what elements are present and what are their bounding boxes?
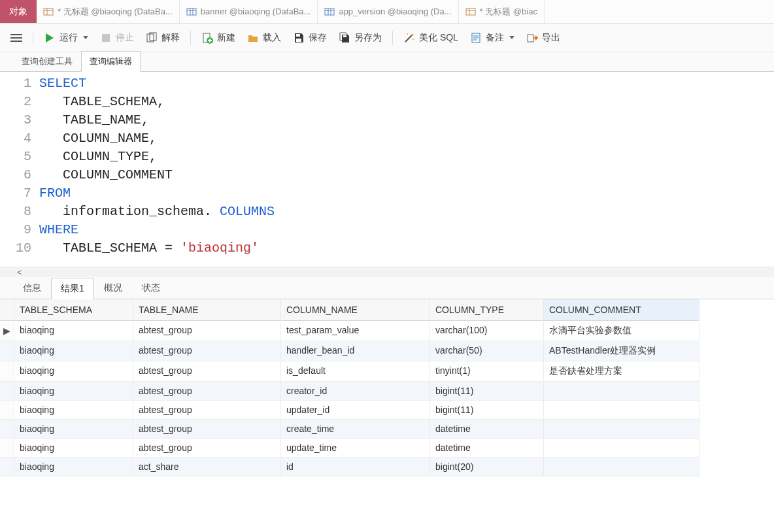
tab-objects[interactable]: 对象 (0, 0, 37, 23)
row-marker[interactable] (0, 341, 14, 361)
saveas-icon (339, 32, 350, 44)
grid-cell[interactable]: abtest_group (133, 420, 281, 439)
grid-cell[interactable]: is_default (281, 361, 430, 382)
column-header[interactable]: TABLE_NAME (133, 299, 281, 321)
column-header[interactable]: TABLE_SCHEMA (14, 299, 133, 321)
new-label: 新建 (217, 32, 235, 44)
grid-cell[interactable]: act_share (133, 457, 281, 476)
table-icon (186, 7, 197, 17)
row-marker[interactable] (0, 457, 14, 476)
grid-cell[interactable] (544, 439, 699, 457)
saveas-label: 另存为 (354, 32, 382, 44)
grid-cell[interactable] (544, 382, 699, 401)
top-tab-1[interactable]: * 无标题 @biaoqing (DataBa... (37, 0, 180, 23)
export-label: 导出 (542, 32, 560, 44)
stop-label: 停止 (116, 32, 134, 44)
grid-cell[interactable]: abtest_group (133, 382, 281, 401)
row-marker-header (0, 299, 14, 321)
grid-cell[interactable]: abtest_group (133, 321, 281, 341)
grid-cell[interactable]: biaoqing (14, 401, 133, 420)
sql-code[interactable]: SELECT TABLE_SCHEMA, TABLE_NAME, COLUMN_… (39, 72, 275, 267)
grid-cell[interactable]: abtest_group (133, 361, 281, 382)
grid-cell[interactable]: ABTestHandler处理器实例 (544, 341, 699, 361)
grid-cell[interactable]: 是否缺省处理方案 (544, 361, 699, 382)
grid-cell[interactable]: biaoqing (14, 439, 133, 457)
notes-button[interactable]: 备注 (466, 29, 518, 46)
top-tab-2-label: banner @biaoqing (DataBa... (201, 7, 311, 16)
separator (392, 31, 393, 45)
column-header[interactable]: COLUMN_NAME (281, 299, 430, 321)
grid-cell[interactable]: handler_bean_id (281, 341, 430, 361)
export-button[interactable]: 导出 (522, 29, 564, 46)
grid-cell[interactable]: update_time (281, 439, 430, 457)
notes-label: 备注 (486, 32, 504, 44)
tab-profile[interactable]: 概况 (94, 277, 132, 299)
row-marker[interactable] (0, 361, 14, 382)
tab-result1[interactable]: 结果1 (51, 278, 94, 299)
grid-cell[interactable] (544, 401, 699, 420)
stop-button[interactable]: 停止 (96, 29, 138, 46)
run-button[interactable]: 运行 (40, 29, 92, 46)
grid-cell[interactable]: abtest_group (133, 341, 281, 361)
tab-objects-label: 对象 (9, 6, 27, 18)
grid-cell[interactable]: abtest_group (133, 401, 281, 420)
chevron-down-icon (509, 36, 514, 39)
grid-cell[interactable] (544, 420, 699, 439)
tab-info-label: 信息 (23, 282, 41, 293)
grid-cell[interactable]: updater_id (281, 401, 430, 420)
top-tab-2[interactable]: banner @biaoqing (DataBa... (180, 0, 318, 23)
grid-cell[interactable]: 水滴平台实验参数值 (544, 321, 699, 341)
tab-status[interactable]: 状态 (132, 277, 170, 299)
tab-query-editor-label: 查询编辑器 (90, 56, 132, 66)
load-button[interactable]: 载入 (243, 29, 285, 46)
separator (190, 31, 191, 45)
save-button[interactable]: 保存 (289, 29, 331, 46)
grid-cell[interactable]: tinyint(1) (430, 361, 544, 382)
tab-query-editor[interactable]: 查询编辑器 (81, 51, 141, 72)
grid-cell[interactable]: bigint(11) (430, 401, 544, 420)
horizontal-scrollbar[interactable]: < (0, 267, 774, 277)
query-icon (43, 7, 54, 17)
row-marker[interactable] (0, 439, 14, 457)
grid-cell[interactable]: datetime (430, 439, 544, 457)
play-icon (44, 32, 56, 44)
menu-button[interactable] (7, 30, 26, 46)
grid-cell[interactable]: abtest_group (133, 439, 281, 457)
grid-cell[interactable]: bigint(11) (430, 382, 544, 401)
grid-cell[interactable]: biaoqing (14, 420, 133, 439)
new-button[interactable]: 新建 (197, 29, 239, 46)
row-marker[interactable] (0, 401, 14, 420)
grid-cell[interactable]: varchar(100) (430, 321, 544, 341)
results-grid[interactable]: TABLE_SCHEMATABLE_NAMECOLUMN_NAMECOLUMN_… (0, 299, 774, 476)
grid-cell[interactable]: test_param_value (281, 321, 430, 341)
run-label: 运行 (59, 32, 78, 44)
column-header[interactable]: COLUMN_TYPE (430, 299, 544, 321)
grid-cell[interactable]: id (281, 457, 430, 476)
grid-cell[interactable]: biaoqing (14, 321, 133, 341)
tab-info[interactable]: 信息 (13, 277, 51, 299)
tab-query-builder[interactable]: 查询创建工具 (13, 51, 81, 71)
grid-cell[interactable]: datetime (430, 420, 544, 439)
row-marker[interactable] (0, 420, 14, 439)
row-marker[interactable] (0, 382, 14, 401)
row-marker[interactable]: ▶ (0, 321, 14, 341)
beautify-button[interactable]: 美化 SQL (399, 29, 462, 46)
grid-cell[interactable] (544, 457, 699, 476)
top-tab-3[interactable]: app_version @biaoqing (Da... (318, 0, 458, 23)
grid-cell[interactable]: bigint(20) (430, 457, 544, 476)
grid-cell[interactable]: varchar(50) (430, 341, 544, 361)
grid-cell[interactable]: create_time (281, 420, 430, 439)
export-icon (526, 32, 538, 44)
explain-button[interactable]: 解释 (142, 29, 184, 46)
grid-cell[interactable]: biaoqing (14, 341, 133, 361)
sql-editor[interactable]: 12345678910 SELECT TABLE_SCHEMA, TABLE_N… (0, 72, 774, 267)
grid-cell[interactable]: biaoqing (14, 361, 133, 382)
top-tab-4[interactable]: * 无标题 @biac (459, 0, 545, 23)
saveas-button[interactable]: 另存为 (335, 29, 386, 46)
grid-cell[interactable]: biaoqing (14, 457, 133, 476)
column-header[interactable]: COLUMN_COMMENT (544, 299, 699, 321)
grid-cell[interactable]: creator_id (281, 382, 430, 401)
line-number-gutter: 12345678910 (0, 72, 39, 267)
grid-cell[interactable]: biaoqing (14, 382, 133, 401)
load-label: 载入 (263, 32, 281, 44)
